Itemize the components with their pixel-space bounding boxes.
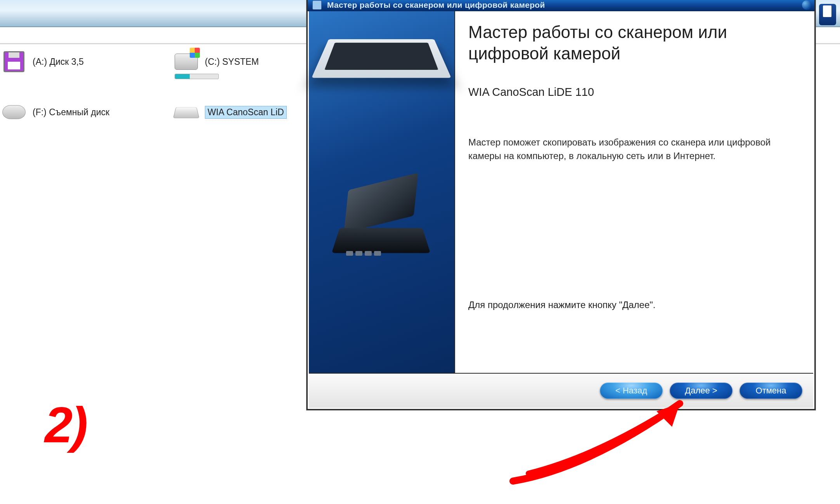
floppy-disk-icon [3, 51, 24, 72]
scanner-illustration-top [312, 39, 451, 78]
hard-drive-icon [175, 54, 198, 70]
close-icon[interactable] [802, 0, 811, 10]
drive-removable-f[interactable]: (F:) Съемный диск [2, 103, 109, 121]
device-scanner[interactable]: WIA CanoScan LiD [175, 103, 287, 121]
removable-drive-icon [2, 105, 26, 119]
drive-label: (C:) SYSTEM [205, 57, 259, 67]
annotation-step-number: 2) [45, 396, 87, 454]
drive-label: (A:) Диск 3,5 [33, 57, 84, 67]
back-button[interactable]: < Назад [600, 383, 663, 399]
wizard-heading: Мастер работы со сканером или цифровой к… [468, 21, 800, 64]
wizard-footer: < Назад Далее > Отмена [309, 373, 813, 408]
cancel-button[interactable]: Отмена [740, 383, 802, 399]
throbber-icon [819, 4, 836, 25]
drive-floppy-a[interactable]: (A:) Диск 3,5 [2, 53, 84, 71]
drive-label: (F:) Съемный диск [33, 107, 109, 118]
disk-usage-bar [175, 74, 219, 79]
scanner-icon [173, 107, 199, 118]
next-button[interactable]: Далее > [670, 383, 733, 399]
wizard-title-icon [312, 0, 322, 10]
wizard-titlebar[interactable]: Мастер работы со сканером или цифровой к… [308, 0, 814, 11]
wizard-description: Мастер поможет скопировать изображения с… [468, 136, 800, 163]
wizard-window-title: Мастер работы со сканером или цифровой к… [327, 0, 545, 10]
wizard-continue-hint: Для продолжения нажмите кнопку "Далее". [468, 300, 800, 310]
scanner-wizard-dialog: Мастер работы со сканером или цифровой к… [307, 0, 816, 410]
scanner-illustration-device [336, 182, 428, 271]
drive-label: WIA CanoScan LiD [205, 106, 287, 119]
wizard-content: Мастер работы со сканером или цифровой к… [455, 11, 813, 373]
drive-system-c[interactable]: (C:) SYSTEM [175, 53, 259, 71]
wizard-device-name: WIA CanoScan LiDE 110 [468, 86, 800, 99]
wizard-sidebar [309, 11, 455, 373]
